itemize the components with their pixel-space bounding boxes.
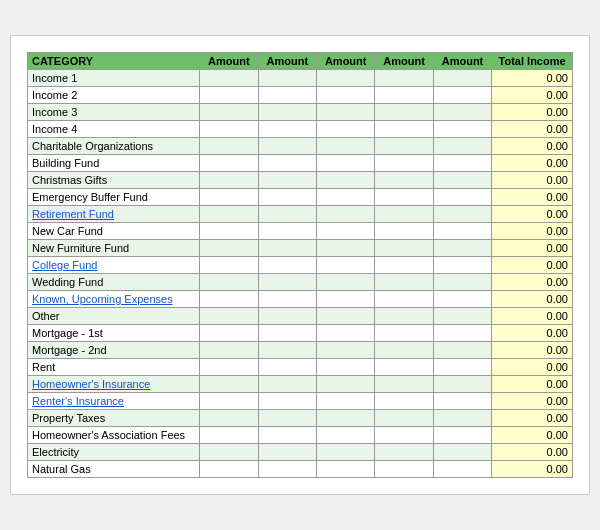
- amount-cell[interactable]: [258, 189, 316, 206]
- amount-cell[interactable]: [258, 121, 316, 138]
- amount-cell[interactable]: [433, 121, 491, 138]
- category-link[interactable]: Renter's Insurance: [32, 395, 124, 407]
- amount-cell[interactable]: [375, 376, 433, 393]
- category-cell[interactable]: Known, Upcoming Expenses: [28, 291, 200, 308]
- amount-cell[interactable]: [375, 206, 433, 223]
- amount-cell[interactable]: [258, 444, 316, 461]
- amount-cell[interactable]: [316, 138, 374, 155]
- amount-cell[interactable]: [316, 359, 374, 376]
- amount-cell[interactable]: [316, 410, 374, 427]
- amount-cell[interactable]: [316, 155, 374, 172]
- amount-cell[interactable]: [200, 410, 258, 427]
- amount-cell[interactable]: [375, 359, 433, 376]
- amount-cell[interactable]: [316, 121, 374, 138]
- amount-cell[interactable]: [316, 257, 374, 274]
- amount-cell[interactable]: [375, 121, 433, 138]
- amount-cell[interactable]: [433, 172, 491, 189]
- category-link[interactable]: Retirement Fund: [32, 208, 114, 220]
- amount-cell[interactable]: [258, 376, 316, 393]
- amount-cell[interactable]: [375, 104, 433, 121]
- amount-cell[interactable]: [200, 155, 258, 172]
- amount-cell[interactable]: [316, 291, 374, 308]
- amount-cell[interactable]: [433, 393, 491, 410]
- amount-cell[interactable]: [433, 410, 491, 427]
- category-link[interactable]: College Fund: [32, 259, 97, 271]
- amount-cell[interactable]: [258, 257, 316, 274]
- amount-cell[interactable]: [433, 325, 491, 342]
- amount-cell[interactable]: [375, 308, 433, 325]
- amount-cell[interactable]: [433, 342, 491, 359]
- amount-cell[interactable]: [258, 138, 316, 155]
- amount-cell[interactable]: [316, 444, 374, 461]
- amount-cell[interactable]: [200, 121, 258, 138]
- amount-cell[interactable]: [200, 274, 258, 291]
- amount-cell[interactable]: [433, 138, 491, 155]
- amount-cell[interactable]: [375, 223, 433, 240]
- amount-cell[interactable]: [258, 410, 316, 427]
- amount-cell[interactable]: [316, 325, 374, 342]
- amount-cell[interactable]: [316, 172, 374, 189]
- amount-cell[interactable]: [433, 155, 491, 172]
- amount-cell[interactable]: [258, 172, 316, 189]
- amount-cell[interactable]: [200, 342, 258, 359]
- amount-cell[interactable]: [433, 461, 491, 478]
- amount-cell[interactable]: [200, 461, 258, 478]
- amount-cell[interactable]: [258, 342, 316, 359]
- amount-cell[interactable]: [433, 359, 491, 376]
- amount-cell[interactable]: [316, 461, 374, 478]
- amount-cell[interactable]: [200, 291, 258, 308]
- amount-cell[interactable]: [375, 189, 433, 206]
- amount-cell[interactable]: [375, 274, 433, 291]
- amount-cell[interactable]: [375, 410, 433, 427]
- amount-cell[interactable]: [433, 274, 491, 291]
- amount-cell[interactable]: [200, 427, 258, 444]
- amount-cell[interactable]: [258, 87, 316, 104]
- amount-cell[interactable]: [258, 155, 316, 172]
- amount-cell[interactable]: [316, 104, 374, 121]
- amount-cell[interactable]: [200, 308, 258, 325]
- amount-cell[interactable]: [200, 70, 258, 87]
- category-link[interactable]: Known, Upcoming Expenses: [32, 293, 173, 305]
- amount-cell[interactable]: [316, 342, 374, 359]
- amount-cell[interactable]: [258, 359, 316, 376]
- amount-cell[interactable]: [316, 376, 374, 393]
- category-cell[interactable]: Renter's Insurance: [28, 393, 200, 410]
- amount-cell[interactable]: [316, 240, 374, 257]
- amount-cell[interactable]: [433, 240, 491, 257]
- amount-cell[interactable]: [200, 138, 258, 155]
- amount-cell[interactable]: [258, 274, 316, 291]
- amount-cell[interactable]: [375, 70, 433, 87]
- amount-cell[interactable]: [375, 87, 433, 104]
- amount-cell[interactable]: [200, 257, 258, 274]
- category-cell[interactable]: Retirement Fund: [28, 206, 200, 223]
- amount-cell[interactable]: [375, 342, 433, 359]
- amount-cell[interactable]: [375, 393, 433, 410]
- amount-cell[interactable]: [433, 444, 491, 461]
- amount-cell[interactable]: [316, 308, 374, 325]
- amount-cell[interactable]: [375, 240, 433, 257]
- amount-cell[interactable]: [200, 223, 258, 240]
- amount-cell[interactable]: [375, 325, 433, 342]
- amount-cell[interactable]: [200, 376, 258, 393]
- amount-cell[interactable]: [258, 325, 316, 342]
- amount-cell[interactable]: [258, 461, 316, 478]
- amount-cell[interactable]: [200, 359, 258, 376]
- amount-cell[interactable]: [316, 189, 374, 206]
- amount-cell[interactable]: [433, 87, 491, 104]
- amount-cell[interactable]: [316, 274, 374, 291]
- amount-cell[interactable]: [258, 427, 316, 444]
- amount-cell[interactable]: [433, 70, 491, 87]
- amount-cell[interactable]: [258, 206, 316, 223]
- amount-cell[interactable]: [316, 427, 374, 444]
- amount-cell[interactable]: [375, 427, 433, 444]
- amount-cell[interactable]: [200, 325, 258, 342]
- amount-cell[interactable]: [200, 104, 258, 121]
- amount-cell[interactable]: [316, 206, 374, 223]
- amount-cell[interactable]: [433, 104, 491, 121]
- category-cell[interactable]: College Fund: [28, 257, 200, 274]
- amount-cell[interactable]: [258, 240, 316, 257]
- category-cell[interactable]: Homeowner's Insurance: [28, 376, 200, 393]
- amount-cell[interactable]: [375, 172, 433, 189]
- amount-cell[interactable]: [316, 87, 374, 104]
- amount-cell[interactable]: [375, 257, 433, 274]
